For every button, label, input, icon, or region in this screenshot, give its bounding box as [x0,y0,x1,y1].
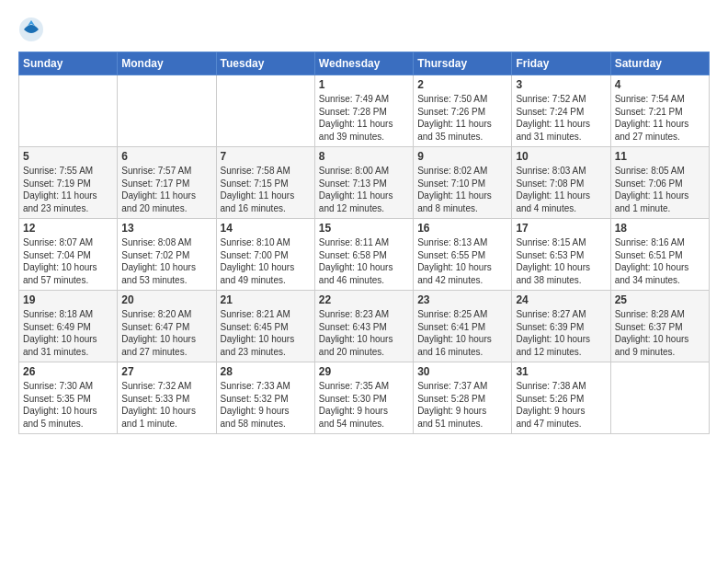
day-number: 3 [516,78,606,91]
day-info: Sunrise: 7:30 AM Sunset: 5:35 PM Dayligh… [23,380,113,430]
calendar-cell: 4Sunrise: 7:54 AM Sunset: 7:21 PM Daylig… [610,75,709,147]
calendar-cell: 7Sunrise: 7:58 AM Sunset: 7:15 PM Daylig… [216,147,314,219]
calendar-cell: 6Sunrise: 7:57 AM Sunset: 7:17 PM Daylig… [118,147,216,219]
day-number: 7 [221,150,311,163]
day-number: 9 [417,150,507,163]
day-info: Sunrise: 8:03 AM Sunset: 7:08 PM Dayligh… [516,165,606,214]
calendar-cell: 15Sunrise: 8:11 AM Sunset: 6:58 PM Dayli… [314,219,413,291]
calendar-cell [118,75,216,147]
day-info: Sunrise: 7:49 AM Sunset: 7:28 PM Dayligh… [319,93,409,143]
day-info: Sunrise: 8:16 AM Sunset: 6:51 PM Dayligh… [615,236,705,286]
day-number: 1 [319,78,409,91]
calendar-cell: 9Sunrise: 8:02 AM Sunset: 7:10 PM Daylig… [414,147,512,219]
day-number: 18 [615,222,705,235]
calendar-cell: 27Sunrise: 7:32 AM Sunset: 5:33 PM Dayli… [118,362,216,434]
day-number: 23 [417,293,507,306]
day-number: 17 [516,222,606,235]
calendar-week: 26Sunrise: 7:30 AM Sunset: 5:35 PM Dayli… [19,362,710,434]
day-info: Sunrise: 7:38 AM Sunset: 5:26 PM Dayligh… [516,380,606,430]
logo [18,17,48,42]
day-info: Sunrise: 7:35 AM Sunset: 5:30 PM Dayligh… [319,380,409,430]
day-info: Sunrise: 8:11 AM Sunset: 6:58 PM Dayligh… [319,236,409,286]
day-header: Saturday [610,52,709,75]
calendar-cell: 17Sunrise: 8:15 AM Sunset: 6:53 PM Dayli… [512,219,610,291]
day-info: Sunrise: 8:25 AM Sunset: 6:41 PM Dayligh… [417,308,507,358]
day-number: 24 [516,293,606,306]
day-info: Sunrise: 8:02 AM Sunset: 7:10 PM Dayligh… [417,165,507,214]
day-info: Sunrise: 8:08 AM Sunset: 7:02 PM Dayligh… [121,236,211,286]
calendar-cell [216,75,314,147]
day-number: 10 [516,150,606,163]
day-number: 20 [121,293,211,306]
day-info: Sunrise: 7:37 AM Sunset: 5:28 PM Dayligh… [417,380,507,430]
day-number: 13 [121,222,211,235]
calendar-cell: 29Sunrise: 7:35 AM Sunset: 5:30 PM Dayli… [314,362,413,434]
day-info: Sunrise: 8:23 AM Sunset: 6:43 PM Dayligh… [319,308,409,358]
calendar-cell: 12Sunrise: 8:07 AM Sunset: 7:04 PM Dayli… [19,219,118,291]
day-number: 6 [121,150,211,163]
day-info: Sunrise: 8:00 AM Sunset: 7:13 PM Dayligh… [319,165,409,214]
page: SundayMondayTuesdayWednesdayThursdayFrid… [0,0,728,563]
calendar-cell: 26Sunrise: 7:30 AM Sunset: 5:35 PM Dayli… [19,362,118,434]
calendar-cell: 5Sunrise: 7:55 AM Sunset: 7:19 PM Daylig… [19,147,118,219]
calendar-cell: 23Sunrise: 8:25 AM Sunset: 6:41 PM Dayli… [414,291,512,362]
calendar-cell: 21Sunrise: 8:21 AM Sunset: 6:45 PM Dayli… [216,291,314,362]
day-info: Sunrise: 8:20 AM Sunset: 6:47 PM Dayligh… [121,308,211,358]
calendar-cell: 19Sunrise: 8:18 AM Sunset: 6:49 PM Dayli… [19,291,118,362]
day-number: 16 [417,222,507,235]
day-info: Sunrise: 8:21 AM Sunset: 6:45 PM Dayligh… [221,308,311,358]
day-number: 26 [23,365,113,378]
day-info: Sunrise: 8:07 AM Sunset: 7:04 PM Dayligh… [23,236,113,286]
calendar-cell: 10Sunrise: 8:03 AM Sunset: 7:08 PM Dayli… [512,147,610,219]
day-number: 27 [121,365,211,378]
day-number: 31 [516,365,606,378]
calendar-cell: 20Sunrise: 8:20 AM Sunset: 6:47 PM Dayli… [118,291,216,362]
day-header: Monday [118,52,216,75]
day-number: 28 [221,365,311,378]
day-header: Tuesday [216,52,314,75]
calendar-week: 1Sunrise: 7:49 AM Sunset: 7:28 PM Daylig… [19,75,710,147]
day-number: 12 [23,222,113,235]
calendar-cell [19,75,118,147]
calendar-cell: 3Sunrise: 7:52 AM Sunset: 7:24 PM Daylig… [512,75,610,147]
calendar-cell: 28Sunrise: 7:33 AM Sunset: 5:32 PM Dayli… [216,362,314,434]
calendar-week: 12Sunrise: 8:07 AM Sunset: 7:04 PM Dayli… [19,219,710,291]
day-number: 14 [221,222,311,235]
calendar-cell: 16Sunrise: 8:13 AM Sunset: 6:55 PM Dayli… [414,219,512,291]
calendar-header: SundayMondayTuesdayWednesdayThursdayFrid… [19,52,710,75]
logo-icon [18,17,44,42]
day-info: Sunrise: 7:32 AM Sunset: 5:33 PM Dayligh… [121,380,211,430]
day-header: Sunday [19,52,118,75]
day-header: Wednesday [314,52,413,75]
day-info: Sunrise: 8:27 AM Sunset: 6:39 PM Dayligh… [516,308,606,358]
calendar-cell [610,362,709,434]
calendar-cell: 2Sunrise: 7:50 AM Sunset: 7:26 PM Daylig… [414,75,512,147]
day-info: Sunrise: 7:50 AM Sunset: 7:26 PM Dayligh… [417,93,507,143]
day-info: Sunrise: 8:13 AM Sunset: 6:55 PM Dayligh… [417,236,507,286]
calendar-cell: 30Sunrise: 7:37 AM Sunset: 5:28 PM Dayli… [414,362,512,434]
calendar-week: 19Sunrise: 8:18 AM Sunset: 6:49 PM Dayli… [19,291,710,362]
day-info: Sunrise: 8:15 AM Sunset: 6:53 PM Dayligh… [516,236,606,286]
calendar-cell: 24Sunrise: 8:27 AM Sunset: 6:39 PM Dayli… [512,291,610,362]
day-info: Sunrise: 7:55 AM Sunset: 7:19 PM Dayligh… [23,165,113,214]
day-header: Thursday [414,52,512,75]
header [18,17,710,42]
calendar-cell: 13Sunrise: 8:08 AM Sunset: 7:02 PM Dayli… [118,219,216,291]
calendar-cell: 18Sunrise: 8:16 AM Sunset: 6:51 PM Dayli… [610,219,709,291]
calendar-cell: 14Sunrise: 8:10 AM Sunset: 7:00 PM Dayli… [216,219,314,291]
day-number: 30 [417,365,507,378]
day-number: 2 [417,78,507,91]
day-info: Sunrise: 7:58 AM Sunset: 7:15 PM Dayligh… [221,165,311,214]
calendar-cell: 25Sunrise: 8:28 AM Sunset: 6:37 PM Dayli… [610,291,709,362]
calendar-week: 5Sunrise: 7:55 AM Sunset: 7:19 PM Daylig… [19,147,710,219]
calendar-body: 1Sunrise: 7:49 AM Sunset: 7:28 PM Daylig… [19,75,710,434]
header-row: SundayMondayTuesdayWednesdayThursdayFrid… [19,52,710,75]
day-info: Sunrise: 7:52 AM Sunset: 7:24 PM Dayligh… [516,93,606,143]
day-info: Sunrise: 8:28 AM Sunset: 6:37 PM Dayligh… [615,308,705,358]
day-number: 25 [615,293,705,306]
calendar-cell: 31Sunrise: 7:38 AM Sunset: 5:26 PM Dayli… [512,362,610,434]
day-number: 15 [319,222,409,235]
day-number: 5 [23,150,113,163]
day-number: 19 [23,293,113,306]
day-number: 11 [615,150,705,163]
